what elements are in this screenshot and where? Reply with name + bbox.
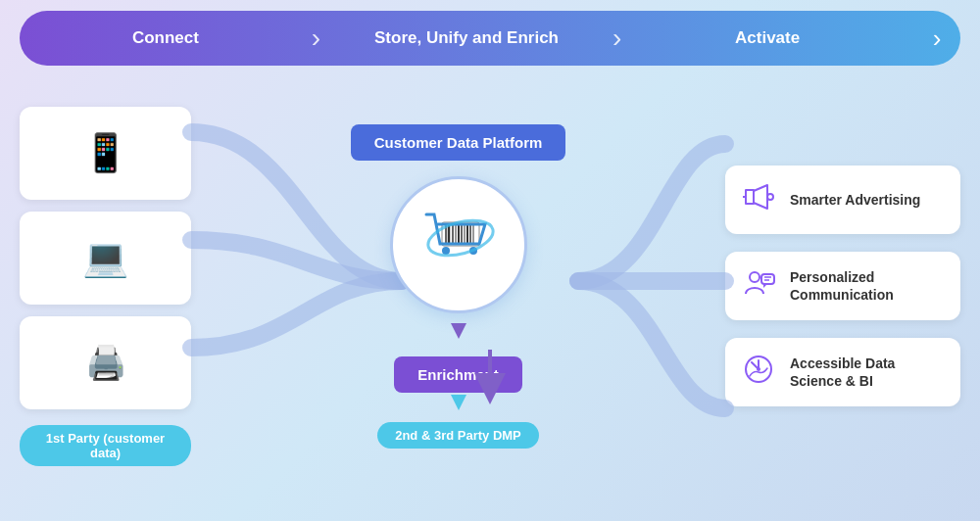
pos-icon: 🖨️	[85, 343, 126, 382]
center-circle	[390, 176, 527, 313]
cdp-pill: Customer Data Platform	[351, 124, 566, 161]
data-science-card: Accessible Data Science & BI	[725, 338, 960, 406]
right-column: Smarter Advertising Personalized Communi…	[725, 166, 960, 406]
connect-label: Connect	[132, 28, 199, 47]
mobile-icon: 📱	[82, 131, 128, 174]
mobile-card: 📱	[20, 107, 191, 200]
personalized-communication-label: Personalized Communication	[790, 268, 945, 304]
cart-icon	[415, 201, 503, 289]
connect-section: Connect	[20, 28, 312, 48]
svg-marker-16	[451, 323, 466, 339]
down-arrow-2-icon	[449, 393, 468, 412]
svg-marker-18	[746, 190, 754, 204]
laptop-card: 💻	[20, 212, 191, 305]
laptop-icon: 💻	[82, 236, 128, 279]
arrow-2: ›	[612, 23, 621, 54]
store-section: Store, Unify and Enrich	[320, 28, 612, 48]
end-arrow: ›	[913, 24, 960, 54]
first-party-label: 1st Party (customer data)	[20, 425, 191, 466]
advertising-icon	[741, 180, 776, 220]
svg-point-20	[767, 194, 773, 200]
svg-point-27	[757, 367, 760, 371]
smarter-advertising-card: Smarter Advertising	[725, 166, 960, 234]
arrow-1: ›	[312, 23, 320, 54]
svg-marker-17	[451, 395, 466, 410]
data-science-label: Accessible Data Science & BI	[790, 355, 945, 390]
smarter-advertising-label: Smarter Advertising	[790, 191, 920, 209]
pos-card: 🖨️	[20, 316, 191, 409]
down-arrow-icon	[449, 321, 468, 341]
header-bar: Connect › Store, Unify and Enrich › Acti…	[20, 11, 960, 66]
data-science-icon	[741, 353, 776, 393]
svg-rect-22	[761, 274, 774, 284]
store-label: Store, Unify and Enrich	[374, 28, 559, 47]
svg-point-21	[750, 272, 760, 282]
left-column: 📱 💻 🖨️ 1st Party (customer data)	[20, 107, 191, 466]
dmp-pill: 2nd & 3rd Party DMP	[377, 422, 539, 449]
activate-label: Activate	[735, 28, 800, 47]
communication-icon	[741, 266, 776, 307]
content-area: 📱 💻 🖨️ 1st Party (customer data) Custome…	[20, 85, 960, 487]
svg-point-13	[442, 247, 450, 255]
activate-section: Activate	[621, 28, 913, 48]
end-chevron-icon: ›	[933, 24, 942, 54]
enrichment-pill: Enrichment	[394, 356, 522, 393]
main-container: Connect › Store, Unify and Enrich › Acti…	[20, 11, 960, 510]
personalized-comm-card: Personalized Communication	[725, 252, 960, 320]
center-column: Customer Data Platform	[341, 124, 576, 449]
